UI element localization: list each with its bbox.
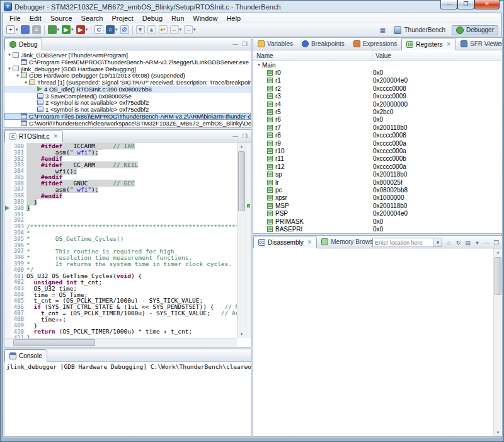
debug-tree-item[interactable]: 4 OS_Idle() RTOSInit.c:390 0x08002bb8	[4, 86, 251, 93]
minimize-view-icon[interactable]: —	[483, 238, 491, 247]
scroll-down-icon[interactable]: ▼	[494, 429, 502, 436]
menu-project[interactable]: Project	[107, 15, 137, 22]
dropdown-arrow-icon[interactable]: ▾	[193, 27, 196, 32]
previous-annotation-button[interactable]: ▲	[147, 25, 157, 35]
maximize-view-icon[interactable]: ❒	[492, 238, 500, 247]
debug-tree-item[interactable]: ▾GDB Hardware Debugger (19/11/2013 09:08…	[4, 72, 251, 79]
console-output[interactable]: jlink_debugger [GDB Hardware Debugging] …	[4, 362, 251, 436]
refresh-icon[interactable]: ↻	[454, 238, 462, 247]
register-row[interactable]: 10r100xcccc000a	[253, 147, 502, 154]
dropdown-arrow-icon[interactable]: ▾	[71, 27, 74, 32]
dropdown-arrow-icon[interactable]: ▾	[115, 27, 118, 32]
register-row[interactable]: 10sp0x200118b0	[253, 170, 502, 178]
register-row[interactable]: 10r50x2bc0	[253, 108, 502, 115]
menu-help[interactable]: Help	[222, 15, 245, 22]
minimize-view-icon[interactable]: —	[483, 40, 491, 48]
disassembly-scrollbar[interactable]: ▲ ▼	[493, 248, 502, 436]
close-tab-icon[interactable]: ✕	[446, 41, 451, 47]
dropdown-arrow-icon[interactable]: ▾	[57, 27, 60, 32]
tab-variables[interactable]: Variables	[253, 38, 297, 50]
dropdown-arrow-icon[interactable]: ▾	[16, 27, 18, 32]
register-row[interactable]: 10r00x0	[253, 69, 502, 76]
scroll-up-icon[interactable]: ▲	[494, 248, 502, 256]
disassembly-body[interactable]	[253, 248, 493, 436]
maximize-view-icon[interactable]: ❒	[241, 132, 249, 140]
print-button[interactable]: ≡	[32, 25, 42, 35]
perspective-debugger[interactable]: Debugger	[452, 25, 498, 35]
menu-edit[interactable]: Edit	[25, 15, 46, 22]
expander-icon[interactable]: ▾	[6, 66, 13, 71]
column-name[interactable]: Name	[253, 50, 373, 61]
menu-file[interactable]: File	[5, 15, 25, 22]
minimize-view-icon[interactable]: —	[231, 132, 239, 140]
maximize-view-icon[interactable]: ❒	[241, 40, 249, 48]
chevron-down-icon[interactable]: ▼	[433, 238, 442, 247]
register-row[interactable]: 10pc0x08002bb8	[253, 186, 502, 194]
maximize-view-icon[interactable]: ❒	[492, 40, 500, 48]
editor-body[interactable]: 380 #ifdef __ICCARM__ // IAR381 __asm(" …	[4, 142, 251, 347]
editor-horizontal-scrollbar[interactable]	[4, 338, 237, 347]
search-button[interactable]: ○▾	[105, 25, 118, 35]
debug-tree-item[interactable]: 2 <symbol is not available> 0xf75edbf2	[4, 100, 251, 107]
scroll-up-icon[interactable]: ▲	[238, 142, 246, 150]
debug-tree-item[interactable]: C:\Work\ThunderBench\clearworkspace\STM3…	[4, 120, 251, 127]
debug-tree-item[interactable]: 1 <symbol is not available> 0xf75edbf2	[4, 106, 251, 113]
register-row[interactable]: 10r90xcccc000a	[253, 139, 502, 147]
debug-tree-item[interactable]: ▾Thread [1] (Suspended: Signal 'SIGTRAP'…	[4, 79, 251, 86]
tab-breakpoints[interactable]: Breakpoints	[297, 38, 349, 50]
new-wizard-button[interactable]: +▾	[6, 25, 19, 35]
register-row[interactable]: 10r70x200118b0	[253, 124, 502, 131]
maximize-button[interactable]: ❐	[457, 0, 474, 9]
debug-button[interactable]: ▾	[47, 25, 60, 35]
tab-registers[interactable]: 10Registers✕	[401, 38, 456, 50]
debug-tree-item[interactable]: 3 SaveCompleted() 0x0800025e	[4, 93, 251, 100]
register-row[interactable]: 10MSP0x200118b0	[253, 202, 502, 209]
expander-icon[interactable]: ▾	[23, 80, 29, 85]
minimize-button[interactable]: —	[440, 0, 457, 9]
register-row[interactable]: 10BASEPRI0x0	[253, 225, 502, 233]
register-row[interactable]: 10r30xcccc0009	[253, 93, 502, 100]
menu-search[interactable]: Search	[77, 15, 108, 22]
save-button[interactable]	[20, 25, 30, 35]
next-annotation-button[interactable]: ▼	[135, 25, 146, 35]
column-value[interactable]: Value	[373, 50, 502, 61]
menu-window[interactable]: Window	[188, 15, 222, 22]
debug-tree-item[interactable]: ▾Jlink_GDBServer [ThunderArmProgram]	[4, 52, 251, 59]
minimize-view-icon[interactable]: —	[231, 40, 239, 48]
new-c-source-file-button[interactable]: C	[94, 25, 104, 35]
debug-tree-item[interactable]: C:\Program Files (x86)\EMPROG\ThunderBen…	[4, 113, 251, 120]
register-row[interactable]: 10r20xcccc0008	[253, 84, 502, 92]
register-group-row[interactable]: ▾Main	[253, 61, 502, 69]
home-icon[interactable]: ⌂	[445, 238, 453, 247]
tab-debug[interactable]: Debug	[4, 38, 42, 50]
tab-console[interactable]: Console	[4, 349, 47, 362]
register-row[interactable]: 10r60x0	[253, 116, 502, 124]
title-bar[interactable]: T Debugger - STM32F103ZE_MB672_embOS_Bli…	[1, 1, 503, 13]
register-row[interactable]: 10r80xcccc0008	[253, 132, 502, 139]
register-row[interactable]: 10r10x200004e0	[253, 77, 502, 84]
register-row[interactable]: 10r110xcccc000b	[253, 155, 502, 163]
back-button[interactable]: ←▾	[169, 25, 183, 35]
close-button[interactable]: ✕	[474, 0, 500, 9]
skip-all-breakpoints-button[interactable]: ∅	[120, 25, 130, 35]
register-row[interactable]: 10PSP0x200004e0	[253, 209, 502, 217]
scrollbar-thumb[interactable]	[238, 151, 245, 211]
debug-tree-item[interactable]: ▾jlink_debugger [GDB Hardware Debugging]	[4, 66, 251, 73]
menu-source[interactable]: Source	[46, 15, 77, 22]
location-input[interactable]	[373, 238, 433, 247]
debug-tree-item[interactable]: C:\Program Files\EMPROG\ThunderBench-ARM…	[4, 59, 251, 66]
tab-disassembly[interactable]: 01Disassembly✕	[253, 236, 317, 248]
scroll-down-icon[interactable]: ▼	[238, 330, 246, 338]
close-tab-icon[interactable]: ✕	[307, 239, 312, 245]
register-row[interactable]: 10r120xcccc000a	[253, 163, 502, 170]
menu-debug[interactable]: Debug	[138, 15, 167, 22]
register-row[interactable]: 10r40x20000000	[253, 100, 502, 108]
register-row[interactable]: 10lr0x800025f	[253, 178, 502, 186]
last-edit-location-button[interactable]: ↩	[158, 25, 168, 35]
register-row[interactable]: 10PRIMASK0x0	[253, 218, 502, 225]
dropdown-arrow-icon[interactable]: ▾	[180, 27, 182, 32]
expander-icon[interactable]: ▾	[256, 62, 262, 67]
dropdown-arrow-icon[interactable]: ▾	[86, 27, 88, 32]
overview-ruler[interactable]	[246, 142, 251, 338]
expander-icon[interactable]: ▾	[6, 52, 13, 57]
